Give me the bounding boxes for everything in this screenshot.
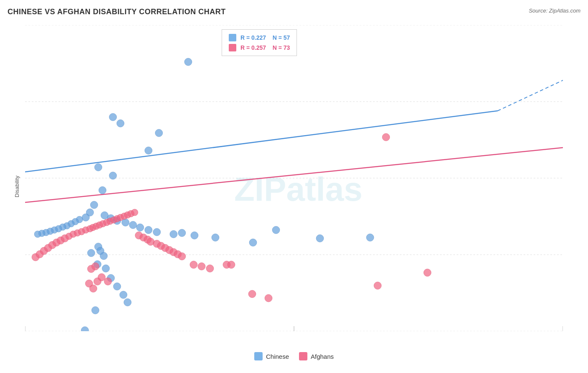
svg-point-38 <box>129 221 137 229</box>
footer-legend-chinese: Chinese <box>254 352 289 360</box>
svg-point-52 <box>87 249 95 257</box>
svg-point-60 <box>92 307 99 314</box>
svg-point-16 <box>145 147 152 154</box>
svg-text:ZIPatlas: ZIPatlas <box>234 171 363 208</box>
svg-point-116 <box>382 133 390 141</box>
svg-point-17 <box>95 164 102 171</box>
svg-point-57 <box>113 283 121 290</box>
svg-point-15 <box>155 129 163 137</box>
svg-point-44 <box>191 232 198 239</box>
svg-line-11 <box>498 80 563 111</box>
svg-point-13 <box>109 113 117 121</box>
svg-point-112 <box>92 263 99 270</box>
footer-legend: Chinese Afghans <box>254 352 334 360</box>
source-text: Source: ZipAtlas.com <box>529 8 580 14</box>
chart-container: CHINESE VS AFGHAN DISABILITY CORRELATION… <box>0 0 588 373</box>
svg-point-48 <box>316 235 324 242</box>
footer-swatch-chinese <box>254 352 263 360</box>
svg-point-102 <box>206 265 214 272</box>
svg-point-18 <box>109 172 117 179</box>
svg-point-53 <box>100 252 107 260</box>
svg-point-106 <box>265 294 272 302</box>
svg-point-55 <box>102 265 110 272</box>
svg-point-19 <box>99 186 106 194</box>
footer-swatch-afghans <box>299 352 307 360</box>
svg-point-59 <box>124 299 131 306</box>
footer-legend-afghans: Afghans <box>299 352 334 360</box>
svg-point-14 <box>117 120 124 127</box>
svg-point-99 <box>178 253 186 260</box>
svg-point-61 <box>81 327 89 331</box>
svg-point-39 <box>136 224 144 231</box>
footer-label-afghans: Afghans <box>311 353 334 360</box>
svg-point-115 <box>104 278 112 285</box>
svg-point-40 <box>145 226 152 234</box>
svg-point-45 <box>212 234 219 241</box>
y-axis-label: Disability <box>14 176 20 197</box>
svg-point-20 <box>90 201 98 209</box>
chart-svg: ZIPatlas <box>25 25 563 331</box>
svg-point-33 <box>34 231 41 238</box>
svg-point-47 <box>272 226 280 234</box>
svg-line-9 <box>25 111 498 172</box>
chart-title: CHINESE VS AFGHAN DISABILITY CORRELATION… <box>8 8 226 16</box>
footer-label-chinese: Chinese <box>266 353 289 360</box>
svg-point-49 <box>366 234 374 241</box>
svg-point-108 <box>424 269 431 276</box>
svg-point-41 <box>153 228 161 236</box>
svg-point-12 <box>184 58 192 66</box>
svg-point-110 <box>89 285 97 292</box>
svg-point-58 <box>120 291 127 299</box>
svg-point-105 <box>248 290 256 298</box>
svg-point-101 <box>198 263 205 270</box>
svg-point-43 <box>178 229 186 237</box>
svg-point-88 <box>131 209 138 216</box>
svg-point-107 <box>374 282 381 289</box>
svg-point-46 <box>249 239 257 246</box>
svg-point-100 <box>190 261 197 268</box>
svg-point-22 <box>82 214 89 221</box>
svg-point-104 <box>228 261 235 268</box>
svg-point-42 <box>170 230 177 238</box>
